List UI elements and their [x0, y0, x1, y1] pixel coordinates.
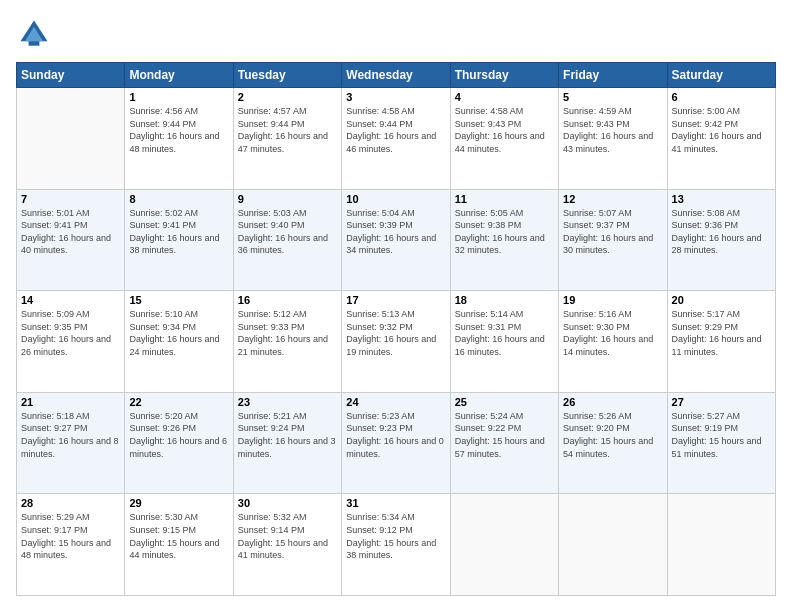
calendar-cell: 20Sunrise: 5:17 AM Sunset: 9:29 PM Dayli…	[667, 291, 775, 393]
calendar-week-row: 7Sunrise: 5:01 AM Sunset: 9:41 PM Daylig…	[17, 189, 776, 291]
calendar-cell: 8Sunrise: 5:02 AM Sunset: 9:41 PM Daylig…	[125, 189, 233, 291]
calendar-cell: 10Sunrise: 5:04 AM Sunset: 9:39 PM Dayli…	[342, 189, 450, 291]
day-info: Sunrise: 5:29 AM Sunset: 9:17 PM Dayligh…	[21, 511, 120, 561]
calendar-cell: 13Sunrise: 5:08 AM Sunset: 9:36 PM Dayli…	[667, 189, 775, 291]
day-info: Sunrise: 5:18 AM Sunset: 9:27 PM Dayligh…	[21, 410, 120, 460]
day-number: 9	[238, 193, 337, 205]
day-number: 31	[346, 497, 445, 509]
day-info: Sunrise: 5:05 AM Sunset: 9:38 PM Dayligh…	[455, 207, 554, 257]
day-number: 4	[455, 91, 554, 103]
day-number: 5	[563, 91, 662, 103]
calendar-cell	[450, 494, 558, 596]
calendar-cell: 5Sunrise: 4:59 AM Sunset: 9:43 PM Daylig…	[559, 88, 667, 190]
day-number: 11	[455, 193, 554, 205]
day-info: Sunrise: 5:24 AM Sunset: 9:22 PM Dayligh…	[455, 410, 554, 460]
calendar-week-row: 1Sunrise: 4:56 AM Sunset: 9:44 PM Daylig…	[17, 88, 776, 190]
day-number: 18	[455, 294, 554, 306]
day-number: 6	[672, 91, 771, 103]
day-number: 7	[21, 193, 120, 205]
day-number: 14	[21, 294, 120, 306]
day-info: Sunrise: 5:13 AM Sunset: 9:32 PM Dayligh…	[346, 308, 445, 358]
day-info: Sunrise: 4:59 AM Sunset: 9:43 PM Dayligh…	[563, 105, 662, 155]
calendar-cell: 24Sunrise: 5:23 AM Sunset: 9:23 PM Dayli…	[342, 392, 450, 494]
calendar-cell: 26Sunrise: 5:26 AM Sunset: 9:20 PM Dayli…	[559, 392, 667, 494]
logo	[16, 16, 58, 52]
day-number: 23	[238, 396, 337, 408]
day-number: 1	[129, 91, 228, 103]
calendar-cell: 28Sunrise: 5:29 AM Sunset: 9:17 PM Dayli…	[17, 494, 125, 596]
day-info: Sunrise: 5:12 AM Sunset: 9:33 PM Dayligh…	[238, 308, 337, 358]
calendar-header-row: SundayMondayTuesdayWednesdayThursdayFrid…	[17, 63, 776, 88]
calendar-cell: 11Sunrise: 5:05 AM Sunset: 9:38 PM Dayli…	[450, 189, 558, 291]
day-number: 3	[346, 91, 445, 103]
day-info: Sunrise: 5:21 AM Sunset: 9:24 PM Dayligh…	[238, 410, 337, 460]
calendar-week-row: 14Sunrise: 5:09 AM Sunset: 9:35 PM Dayli…	[17, 291, 776, 393]
calendar-cell: 15Sunrise: 5:10 AM Sunset: 9:34 PM Dayli…	[125, 291, 233, 393]
day-info: Sunrise: 5:27 AM Sunset: 9:19 PM Dayligh…	[672, 410, 771, 460]
day-number: 26	[563, 396, 662, 408]
calendar-cell	[667, 494, 775, 596]
day-number: 25	[455, 396, 554, 408]
day-info: Sunrise: 4:58 AM Sunset: 9:44 PM Dayligh…	[346, 105, 445, 155]
day-info: Sunrise: 5:03 AM Sunset: 9:40 PM Dayligh…	[238, 207, 337, 257]
day-info: Sunrise: 5:02 AM Sunset: 9:41 PM Dayligh…	[129, 207, 228, 257]
day-info: Sunrise: 5:00 AM Sunset: 9:42 PM Dayligh…	[672, 105, 771, 155]
weekday-header: Sunday	[17, 63, 125, 88]
calendar-cell: 16Sunrise: 5:12 AM Sunset: 9:33 PM Dayli…	[233, 291, 341, 393]
weekday-header: Wednesday	[342, 63, 450, 88]
day-info: Sunrise: 5:17 AM Sunset: 9:29 PM Dayligh…	[672, 308, 771, 358]
day-info: Sunrise: 5:20 AM Sunset: 9:26 PM Dayligh…	[129, 410, 228, 460]
day-info: Sunrise: 5:23 AM Sunset: 9:23 PM Dayligh…	[346, 410, 445, 460]
day-number: 21	[21, 396, 120, 408]
day-number: 30	[238, 497, 337, 509]
day-number: 12	[563, 193, 662, 205]
day-info: Sunrise: 5:16 AM Sunset: 9:30 PM Dayligh…	[563, 308, 662, 358]
calendar-cell: 21Sunrise: 5:18 AM Sunset: 9:27 PM Dayli…	[17, 392, 125, 494]
calendar-week-row: 28Sunrise: 5:29 AM Sunset: 9:17 PM Dayli…	[17, 494, 776, 596]
day-info: Sunrise: 5:07 AM Sunset: 9:37 PM Dayligh…	[563, 207, 662, 257]
day-info: Sunrise: 4:57 AM Sunset: 9:44 PM Dayligh…	[238, 105, 337, 155]
weekday-header: Tuesday	[233, 63, 341, 88]
day-number: 17	[346, 294, 445, 306]
day-info: Sunrise: 5:08 AM Sunset: 9:36 PM Dayligh…	[672, 207, 771, 257]
weekday-header: Thursday	[450, 63, 558, 88]
day-number: 13	[672, 193, 771, 205]
day-number: 28	[21, 497, 120, 509]
header	[16, 16, 776, 52]
day-info: Sunrise: 5:32 AM Sunset: 9:14 PM Dayligh…	[238, 511, 337, 561]
calendar-cell: 1Sunrise: 4:56 AM Sunset: 9:44 PM Daylig…	[125, 88, 233, 190]
day-info: Sunrise: 4:58 AM Sunset: 9:43 PM Dayligh…	[455, 105, 554, 155]
day-number: 20	[672, 294, 771, 306]
day-number: 2	[238, 91, 337, 103]
calendar-cell: 7Sunrise: 5:01 AM Sunset: 9:41 PM Daylig…	[17, 189, 125, 291]
day-number: 19	[563, 294, 662, 306]
calendar-cell: 22Sunrise: 5:20 AM Sunset: 9:26 PM Dayli…	[125, 392, 233, 494]
weekday-header: Saturday	[667, 63, 775, 88]
calendar-cell: 17Sunrise: 5:13 AM Sunset: 9:32 PM Dayli…	[342, 291, 450, 393]
day-number: 27	[672, 396, 771, 408]
calendar-cell: 25Sunrise: 5:24 AM Sunset: 9:22 PM Dayli…	[450, 392, 558, 494]
calendar-cell: 2Sunrise: 4:57 AM Sunset: 9:44 PM Daylig…	[233, 88, 341, 190]
calendar-cell: 14Sunrise: 5:09 AM Sunset: 9:35 PM Dayli…	[17, 291, 125, 393]
calendar-cell: 12Sunrise: 5:07 AM Sunset: 9:37 PM Dayli…	[559, 189, 667, 291]
day-number: 10	[346, 193, 445, 205]
day-info: Sunrise: 5:09 AM Sunset: 9:35 PM Dayligh…	[21, 308, 120, 358]
calendar-cell: 18Sunrise: 5:14 AM Sunset: 9:31 PM Dayli…	[450, 291, 558, 393]
calendar-cell: 30Sunrise: 5:32 AM Sunset: 9:14 PM Dayli…	[233, 494, 341, 596]
calendar-cell	[17, 88, 125, 190]
calendar-cell: 29Sunrise: 5:30 AM Sunset: 9:15 PM Dayli…	[125, 494, 233, 596]
day-number: 16	[238, 294, 337, 306]
day-number: 22	[129, 396, 228, 408]
day-info: Sunrise: 5:30 AM Sunset: 9:15 PM Dayligh…	[129, 511, 228, 561]
weekday-header: Monday	[125, 63, 233, 88]
calendar-week-row: 21Sunrise: 5:18 AM Sunset: 9:27 PM Dayli…	[17, 392, 776, 494]
day-info: Sunrise: 5:26 AM Sunset: 9:20 PM Dayligh…	[563, 410, 662, 460]
calendar-cell: 9Sunrise: 5:03 AM Sunset: 9:40 PM Daylig…	[233, 189, 341, 291]
weekday-header: Friday	[559, 63, 667, 88]
day-info: Sunrise: 5:04 AM Sunset: 9:39 PM Dayligh…	[346, 207, 445, 257]
day-number: 15	[129, 294, 228, 306]
day-number: 8	[129, 193, 228, 205]
calendar-cell: 3Sunrise: 4:58 AM Sunset: 9:44 PM Daylig…	[342, 88, 450, 190]
day-info: Sunrise: 4:56 AM Sunset: 9:44 PM Dayligh…	[129, 105, 228, 155]
day-info: Sunrise: 5:14 AM Sunset: 9:31 PM Dayligh…	[455, 308, 554, 358]
